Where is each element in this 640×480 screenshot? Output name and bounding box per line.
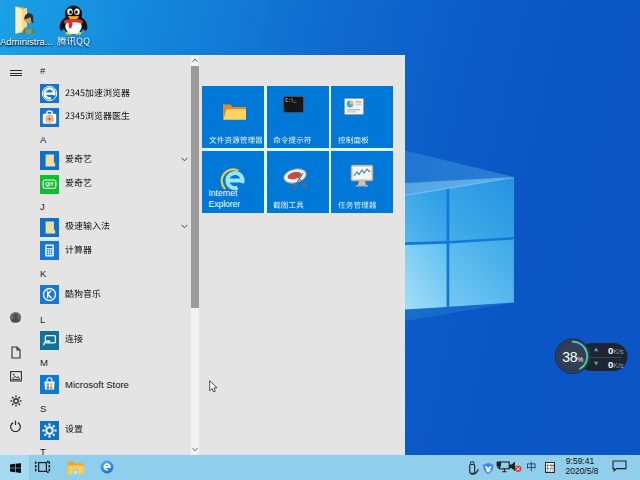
svg-text:QIY: QIY xyxy=(45,181,54,187)
svg-text:C:\_: C:\_ xyxy=(285,98,296,103)
